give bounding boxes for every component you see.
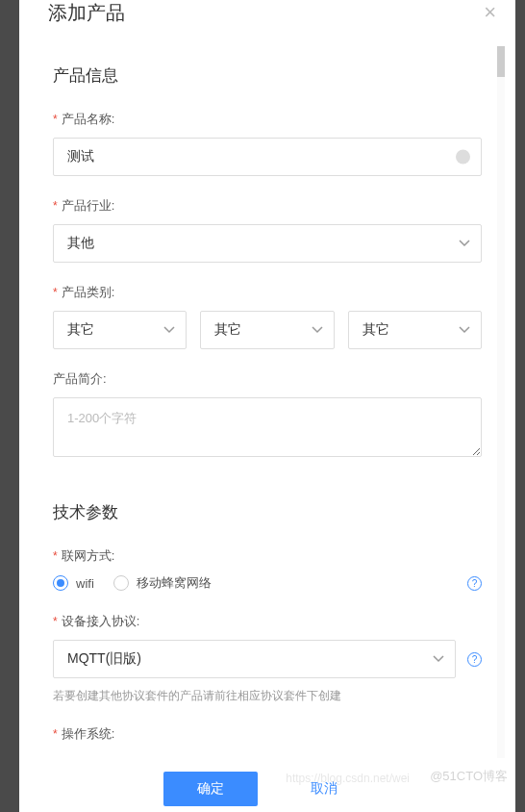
label-product-name: 产品名称: (53, 111, 482, 128)
section-product-info-title: 产品信息 (53, 64, 482, 87)
category-select-row: 其它 其它 其它 (53, 311, 482, 349)
radio-wifi-label: wifi (76, 576, 94, 591)
section-tech-params-title: 技术参数 (53, 501, 482, 523)
scrollbar-track[interactable] (497, 46, 505, 758)
radio-circle-icon (113, 575, 129, 591)
protocol-select-value: MQTT(旧版) (67, 650, 141, 668)
label-product-industry: 产品行业: (53, 197, 482, 215)
select-wrap-protocol: MQTT(旧版) (53, 640, 456, 678)
field-network-mode: 联网方式: wifi 移动蜂窝网络 ? (53, 547, 482, 592)
category-select-3[interactable]: 其它 (348, 311, 482, 349)
radio-cellular-label: 移动蜂窝网络 (137, 574, 212, 592)
help-icon[interactable]: ? (467, 652, 482, 667)
modal-header: 添加产品 × (19, 0, 515, 36)
modal-body: 产品信息 产品名称: 产品行业: 其他 产品类别: (19, 36, 515, 758)
confirm-button[interactable]: 确定 (163, 772, 258, 806)
input-wrap-product-name (53, 138, 482, 176)
field-protocol: 设备接入协议: MQTT(旧版) ? 若要创建其他协议套件的产品请前往相应协议套… (53, 613, 482, 704)
label-network-mode: 联网方式: (53, 547, 482, 565)
protocol-select[interactable]: MQTT(旧版) (53, 640, 456, 678)
scrollbar-thumb[interactable] (497, 46, 505, 77)
radio-dot-icon (57, 579, 64, 587)
select-wrap-cat2: 其它 (200, 311, 334, 349)
radio-cellular[interactable]: 移动蜂窝网络 (113, 574, 212, 592)
label-os: 操作系统: (53, 725, 482, 743)
field-product-category: 产品类别: 其它 其它 (53, 284, 482, 349)
field-os: 操作系统: (53, 725, 482, 743)
modal-title: 添加产品 (48, 0, 125, 26)
field-product-name: 产品名称: (53, 111, 482, 176)
category-select-1-value: 其它 (67, 321, 94, 339)
radio-wifi[interactable]: wifi (53, 575, 94, 591)
modal-footer: 确定 取消 (19, 758, 515, 812)
category-select-2-value: 其它 (214, 321, 241, 339)
label-protocol: 设备接入协议: (53, 613, 482, 630)
product-name-input[interactable] (53, 138, 482, 176)
cancel-button-label: 取消 (311, 780, 338, 798)
category-select-1[interactable]: 其它 (53, 311, 187, 349)
category-select-3-value: 其它 (362, 321, 389, 339)
clear-input-icon[interactable] (456, 150, 470, 165)
add-product-modal: 添加产品 × 产品信息 产品名称: 产品行业: 其他 (19, 0, 515, 812)
network-radio-row: wifi 移动蜂窝网络 ? (53, 574, 482, 592)
select-wrap-industry: 其他 (53, 224, 482, 263)
label-product-category: 产品类别: (53, 284, 482, 301)
protocol-row: MQTT(旧版) ? (53, 640, 482, 678)
field-product-industry: 产品行业: 其他 (53, 197, 482, 263)
help-icon[interactable]: ? (467, 576, 482, 591)
industry-select[interactable]: 其他 (53, 224, 482, 263)
category-select-2[interactable]: 其它 (200, 311, 334, 349)
label-product-intro: 产品简介: (53, 370, 482, 388)
select-wrap-cat3: 其它 (348, 311, 482, 349)
field-product-intro: 产品简介: (53, 370, 482, 461)
confirm-button-label: 确定 (197, 780, 224, 798)
protocol-hint: 若要创建其他协议套件的产品请前往相应协议套件下创建 (53, 688, 482, 704)
radio-circle-icon (53, 575, 68, 591)
select-wrap-cat1: 其它 (53, 311, 187, 349)
cancel-button[interactable]: 取消 (277, 772, 371, 806)
product-intro-textarea[interactable] (53, 397, 482, 457)
close-icon[interactable]: × (484, 0, 496, 23)
industry-select-value: 其他 (67, 235, 94, 252)
